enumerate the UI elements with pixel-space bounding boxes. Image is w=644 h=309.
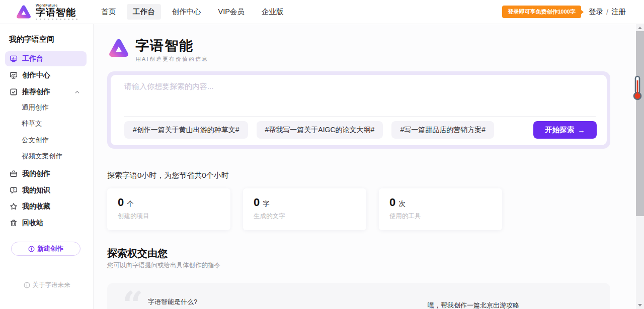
nav-item-creation-center[interactable]: 创作中心 [166,4,207,20]
nav-item-vip[interactable]: VIP会员 [212,4,251,20]
nav-right: 登录即可享免费创作1000字 登录 / 注册 [502,6,626,18]
sidebar-item-workbench[interactable]: 工作台 [5,51,87,66]
arrow-right-icon: → [578,126,585,134]
sidebar-item-my-knowledge[interactable]: ? 我的知识 [5,183,87,198]
vertical-scrollbar[interactable] [636,24,644,309]
sidebar: 我的字语空间 工作台 创作中心 推荐创作 通用创作 种草文 公文创作 视频文案创 [0,24,94,309]
nav-item-home[interactable]: 首页 [95,4,122,20]
explore-section-title: 探索权交由您 [107,247,168,260]
start-explore-button[interactable]: 开始探索 → [533,121,597,139]
sample-questions-card: “ 字语智能是什么? 嘿，帮我创作一篇北京出游攻略 [107,283,610,309]
brand-text: WordFuture 字语智能 [36,4,79,21]
stat-card-tools: 0次 使用的工具 [379,188,502,230]
thermometer-icon[interactable] [632,75,642,100]
hero-brand-text: 字语智能 用AI创造更有价值的信息 [135,37,208,63]
top-navbar: WordFuture 字语智能 首页 工作台 创作中心 VIP会员 企业版 登录… [0,0,644,24]
stat-card-projects: 0个 创建的项目 [107,188,230,230]
hero-brand-triangle-icon [107,37,130,63]
question-bubble-icon: ? [10,186,18,194]
brand-triangle-icon [15,4,32,20]
brand-name: 字语智能 [36,7,79,18]
nav-item-workbench[interactable]: 工作台 [127,4,161,20]
register-link[interactable]: 注册 [611,7,626,17]
creation-center-icon [10,71,18,79]
svg-text:?: ? [13,188,15,191]
main-nav: 首页 工作台 创作中心 VIP会员 企业版 [95,4,289,20]
new-creation-label: 新建创作 [37,244,63,253]
stat-label: 生成的文字 [254,212,356,221]
about-link[interactable]: 关于字语未来 [0,281,94,289]
sidebar-item-label: 创作中心 [22,71,50,80]
explore-section-subtitle: 您可以向字语提问或给出具体创作的指令 [107,261,220,270]
stat-label: 使用的工具 [389,212,492,221]
suggestion-chip-huangshan[interactable]: #创作一篇关于黄山出游的种草文# [124,121,248,139]
sidebar-subitem-official[interactable]: 公文创作 [22,135,49,145]
stat-value: 0 [254,196,260,209]
stat-value-row: 0字 [254,196,356,209]
workbench-icon [10,55,18,63]
sidebar-subitem-seeding[interactable]: 种草文 [22,119,42,129]
new-creation-button[interactable]: 新建创作 [11,242,80,256]
sidebar-item-my-creations[interactable]: 我的创作 [5,166,87,181]
auth-separator: / [606,8,608,16]
brand-logo[interactable]: WordFuture 字语智能 [15,4,79,21]
sidebar-subitem-video-copy[interactable]: 视频文案创作 [22,151,62,161]
sidebar-item-recommended[interactable]: 推荐创作 [5,84,87,99]
start-explore-label: 开始探索 [545,125,574,135]
hero-brand: 字语智能 用AI创造更有价值的信息 [107,37,208,63]
brand-tagline-dots [36,19,79,20]
stat-unit: 个 [127,200,134,208]
sidebar-item-label: 工作台 [22,54,43,63]
stat-unit: 字 [263,200,270,208]
star-icon [10,202,18,211]
stat-value: 0 [118,196,124,209]
promo-badge[interactable]: 登录即可享免费创作1000字 [502,6,581,18]
search-panel: #创作一篇关于黄山出游的种草文# #帮我写一篇关于AIGC的论文大纲# #写一篇… [107,71,610,149]
sidebar-section-title: 我的字语空间 [9,35,54,44]
suggestion-chip-aigc[interactable]: #帮我写一篇关于AIGC的论文大纲# [257,121,383,139]
sample-question-right[interactable]: 嘿，帮我创作一篇北京出游攻略 [428,301,519,309]
hero-brand-name: 字语智能 [135,38,208,54]
sidebar-item-creation-center[interactable]: 创作中心 [5,68,87,83]
page: WordFuture 字语智能 首页 工作台 创作中心 VIP会员 企业版 登录… [0,0,644,309]
plus-circle-icon [28,246,35,252]
about-link-label: 关于字语未来 [33,281,70,289]
auth-links: 登录 / 注册 [589,7,626,17]
stats-summary: 探索字语0小时，为您节省共0个小时 [107,171,229,180]
login-link[interactable]: 登录 [589,7,603,17]
stat-value-row: 0个 [118,196,220,209]
suggestion-chip-dessert[interactable]: #写一篇甜品店的营销方案# [391,121,494,139]
sidebar-item-label: 我的创作 [22,169,50,178]
stat-value: 0 [389,196,395,209]
quote-mark-icon: “ [122,287,143,309]
nav-item-enterprise[interactable]: 企业版 [256,4,290,20]
sidebar-item-label: 我的收藏 [22,202,50,211]
stat-label: 创建的项目 [118,212,220,221]
scrollbar-thumb[interactable] [636,31,644,216]
search-box: #创作一篇关于黄山出游的种草文# #帮我写一篇关于AIGC的论文大纲# #写一篇… [111,75,607,145]
briefcase-icon [10,170,18,178]
stat-card-words: 0字 生成的文字 [243,188,366,230]
search-divider [124,116,596,117]
sample-question-left[interactable]: 字语智能是什么? [148,297,197,306]
stat-value-row: 0次 [389,196,492,209]
main-content: 字语智能 用AI创造更有价值的信息 #创作一篇关于黄山出游的种草文# #帮我写一… [94,24,636,309]
recommended-creation-icon [10,88,18,96]
hero-tagline: 用AI创造更有价值的信息 [135,56,208,63]
suggestion-chips-row: #创作一篇关于黄山出游的种草文# #帮我写一篇关于AIGC的论文大纲# #写一篇… [124,121,597,139]
info-circle-icon [24,282,30,288]
sidebar-item-label: 推荐创作 [22,87,50,96]
search-input[interactable] [124,82,592,111]
chevron-up-icon[interactable] [74,89,80,95]
sidebar-subitem-general[interactable]: 通用创作 [22,102,49,113]
sidebar-item-label: 我的知识 [22,186,50,195]
scroll-up-arrow-icon[interactable] [638,27,642,29]
sidebar-item-recycle-bin[interactable]: 回收站 [5,216,87,231]
trash-icon [10,219,18,227]
brand-small-mark: WordFuture [36,4,79,7]
scroll-down-arrow-icon[interactable] [638,304,642,306]
stat-unit: 次 [398,200,406,208]
sidebar-item-my-favorites[interactable]: 我的收藏 [5,199,87,214]
sidebar-item-label: 回收站 [22,219,43,228]
